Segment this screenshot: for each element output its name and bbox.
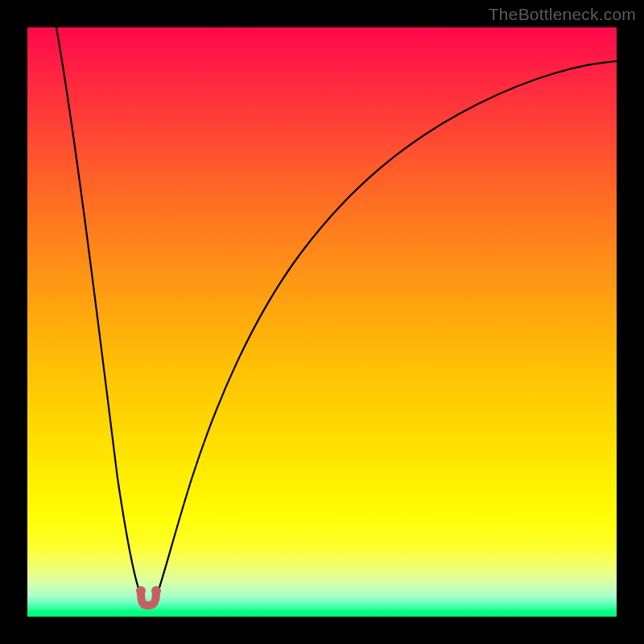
marker-left: [136, 586, 146, 596]
chart-frame: TheBottleneck.com: [0, 0, 644, 644]
plot-area: [27, 27, 617, 617]
bottleneck-curve-svg: [27, 27, 617, 617]
bottleneck-curve-path: [56, 27, 617, 604]
watermark-text: TheBottleneck.com: [489, 5, 636, 24]
marker-right: [151, 586, 161, 596]
